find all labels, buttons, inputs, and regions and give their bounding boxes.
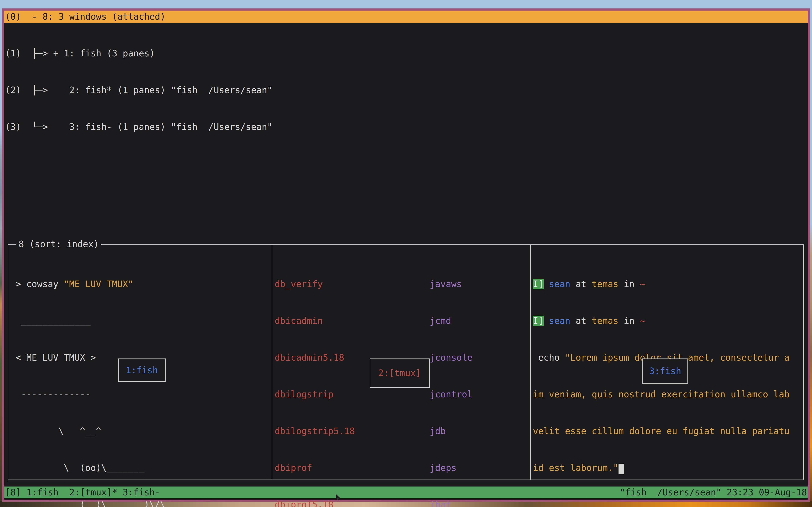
listing-right: javaws [430, 279, 462, 289]
wallpaper-right-strip [810, 0, 812, 507]
listing-row: dbilogstripjcontrol [275, 388, 473, 400]
listing-left: dbilogstrip5.18 [275, 425, 430, 437]
prompt-sep: at [575, 316, 592, 326]
command-name: echo [533, 352, 565, 363]
tmux-status-bar: [8] 1:fish 2:[tmux]* 3:fish- "fish /User… [4, 487, 808, 498]
terminal-window: (0) - 8: 3 windows (attached) (1) ├─> + … [2, 8, 810, 502]
shell-prompt-line: I] sean at temas in ~ [533, 278, 790, 290]
listing-row: dbiprof5.18jhat [275, 499, 473, 507]
listing-right: jcmd [430, 316, 451, 326]
mouse-pointer-icon [336, 494, 341, 501]
listing-row: dbicadminjcmd [275, 315, 473, 327]
command-line: > cowsay "ME LUV TMUX" [16, 278, 165, 290]
prompt-user: sean [544, 316, 576, 326]
prompt-host: temas [592, 279, 624, 289]
prompt-char: > [16, 279, 27, 289]
session-tree: (1) ├─> + 1: fish (3 panes) (2) ├─> 2: f… [5, 23, 272, 158]
listing-row: dbilogstrip5.18jdb [275, 425, 473, 437]
listing-left: dbiprof5.18 [275, 499, 430, 507]
cow-line: \ (oo)\_______ [16, 462, 165, 474]
prompt-sep: at [575, 279, 592, 289]
command-name: cowsay [27, 279, 64, 289]
cow-line: ------------- [16, 388, 165, 400]
listing-right: jcontrol [430, 389, 472, 399]
listing-row: db_verifyjavaws [275, 278, 473, 290]
listing-row: dbiprofjdeps [275, 462, 473, 474]
prompt-path: ~ [640, 316, 645, 326]
tree-row-window-1[interactable]: (1) ├─> + 1: fish (3 panes) [5, 47, 272, 60]
tree-row-window-2[interactable]: (2) ├─> 2: fish* (1 panes) "fish /Users/… [5, 84, 272, 96]
status-window-list[interactable]: [8] 1:fish 2:[tmux]* 3:fish- [5, 487, 160, 498]
echo-string-line: velit esse cillum dolore eu fugiat nulla… [533, 425, 790, 437]
listing-right: jhat [430, 499, 451, 507]
listing-right: jconsole [430, 352, 472, 363]
echo-string-line[interactable]: id est laborum." [533, 462, 790, 474]
echo-string: id est laborum." [533, 463, 618, 473]
tree-row-window-3[interactable]: (3) └─> 3: fish- (1 panes) "fish /Users/… [5, 121, 272, 133]
desktop: (0) - 8: 3 windows (attached) (1) ├─> + … [0, 0, 812, 507]
vi-mode-indicator: I] [533, 279, 544, 289]
tree-row-session-selected[interactable]: (0) - 8: 3 windows (attached) [4, 11, 808, 23]
listing-left: dbicadmin [275, 315, 430, 327]
text-cursor [618, 464, 624, 474]
shell-prompt-line: I] sean at temas in ~ [533, 315, 790, 327]
cow-line: _____________ [16, 315, 165, 327]
wallpaper-left-strip [0, 0, 2, 507]
command-arg: "ME LUV TMUX" [64, 279, 134, 289]
pane-label-3-fish[interactable]: 3:fish [642, 358, 688, 384]
cow-line: \ ^__^ [16, 425, 165, 437]
listing-left: dbilogstrip [275, 388, 430, 400]
preview-label: 8 (sort: index) [16, 238, 101, 250]
prompt-host: temas [592, 316, 624, 326]
listing-right: jdb [430, 426, 446, 436]
prompt-sep: in [624, 279, 640, 289]
cow-line: (__)\ )\/\ [16, 499, 165, 507]
vi-mode-indicator: I] [533, 316, 544, 326]
prompt-user: sean [544, 279, 576, 289]
prompt-path: ~ [640, 279, 645, 289]
listing-left: db_verify [275, 278, 430, 290]
listing-left: dbiprof [275, 462, 430, 474]
echo-string-line: im veniam, quis nostrud exercitation ull… [533, 388, 790, 400]
pane-label-2-tmux[interactable]: 2:[tmux] [370, 358, 430, 388]
prompt-sep: in [624, 316, 640, 326]
status-right-info: "fish /Users/sean" 23:23 09-Aug-18 [620, 487, 807, 498]
pane-divider-1 [272, 245, 272, 480]
listing-right: jdeps [430, 463, 456, 473]
pane-label-1-fish[interactable]: 1:fish [118, 358, 166, 382]
pane-divider-2 [530, 245, 531, 480]
